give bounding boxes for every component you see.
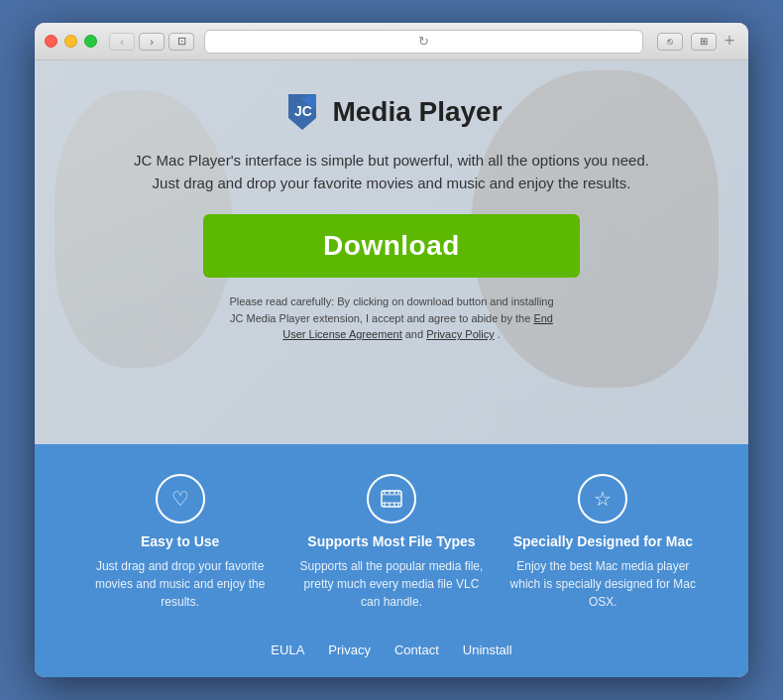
download-button[interactable]: Download [203,214,580,278]
logo-area: JC Media Player [94,90,689,134]
browser-content: JC Media Player JC Mac Player's interfac… [35,60,748,677]
svg-rect-8 [393,491,395,494]
privacy-link[interactable]: Privacy Policy [426,328,494,340]
svg-rect-4 [382,494,401,496]
svg-rect-12 [393,503,395,507]
easy-to-use-icon: ♡ [156,474,205,524]
hero-section: JC Media Player JC Mac Player's interfac… [35,60,748,444]
logo-text: Media Player [332,96,502,128]
svg-rect-11 [389,503,391,507]
feature-item-mac: ☆ Specially Designed for Mac Enjoy the b… [498,474,709,611]
feature-title-mac: Specially Designed for Mac [507,533,699,549]
svg-rect-7 [389,491,391,494]
svg-rect-9 [397,491,399,494]
toolbar-right: ⎋ ⊞ + [653,33,738,51]
maximize-button[interactable] [84,35,97,48]
feature-item-files: Supports Most File Types Supports all th… [285,474,497,611]
footer-uninstall-link[interactable]: Uninstall [463,642,512,657]
legal-end: . [498,328,501,340]
refresh-icon: ↻ [418,34,429,49]
new-tab-button[interactable]: ⊞ [691,33,717,51]
legal-text-start: Please read carefully: By clicking on do… [229,295,553,324]
hero-content: JC Media Player JC Mac Player's interfac… [94,90,689,343]
feature-item-easy: ♡ Easy to Use Just drag and drop your fa… [74,474,285,611]
reader-button[interactable]: ⊡ [168,33,194,51]
traffic-lights [45,35,97,48]
feature-title-easy: Easy to Use [84,533,276,549]
minimize-button[interactable] [64,35,77,48]
film-icon [381,488,402,510]
nav-buttons: ‹ › ⊡ [109,33,194,51]
feature-title-files: Supports Most File Types [295,533,487,549]
address-bar[interactable]: ↻ [204,30,643,54]
legal-text: Please read carefully: By clicking on do… [223,293,560,343]
browser-window: ‹ › ⊡ ↻ ⎋ ⊞ + JC [35,23,748,677]
close-button[interactable] [45,35,57,48]
svg-rect-10 [384,503,386,507]
footer-links: EULA Privacy Contact Uninstall [74,635,709,657]
mac-designed-icon: ☆ [578,474,627,524]
features-grid: ♡ Easy to Use Just drag and drop your fa… [74,474,709,611]
share-button[interactable]: ⎋ [657,33,683,51]
feature-desc-files: Supports all the popular media file, pre… [295,557,487,611]
features-section: ♡ Easy to Use Just drag and drop your fa… [35,444,748,677]
svg-rect-13 [397,503,399,507]
footer-privacy-link[interactable]: Privacy [328,642,371,657]
jc-logo-icon: JC [280,90,324,134]
svg-rect-6 [384,491,386,494]
forward-button[interactable]: › [139,33,165,51]
svg-text:JC: JC [294,103,312,119]
hero-tagline: JC Mac Player's interface is simple but … [134,150,649,194]
file-types-icon [367,474,416,524]
footer-eula-link[interactable]: EULA [271,642,304,657]
plus-button[interactable]: + [721,33,738,51]
titlebar: ‹ › ⊡ ↻ ⎋ ⊞ + [35,23,748,60]
back-button[interactable]: ‹ [109,33,135,51]
feature-desc-easy: Just drag and drop your favorite movies … [84,557,276,611]
legal-and: and [405,328,426,340]
footer-contact-link[interactable]: Contact [394,642,439,657]
feature-desc-mac: Enjoy the best Mac media player which is… [507,557,699,611]
